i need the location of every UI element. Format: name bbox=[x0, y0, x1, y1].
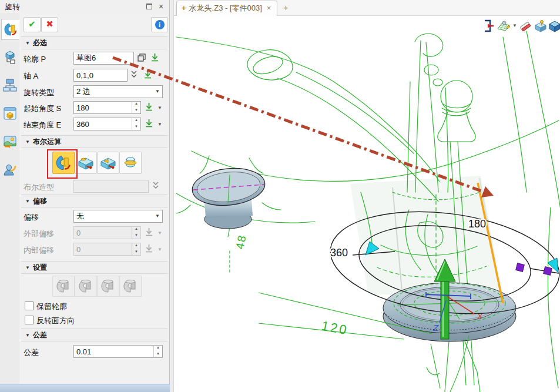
start-angle-label: 起始角度 S bbox=[24, 103, 61, 114]
boolean-shape-input[interactable] bbox=[73, 180, 149, 193]
cancel-button[interactable]: ✖ bbox=[41, 17, 58, 32]
chevron-down-icon: ▼ bbox=[155, 210, 160, 222]
tolerance-spinner[interactable]: ▲▼ bbox=[153, 345, 162, 358]
start-angle-input[interactable] bbox=[73, 101, 141, 114]
boolean-remove-icon bbox=[99, 155, 117, 171]
pick-end-angle-icon[interactable] bbox=[145, 119, 153, 130]
tab-history-manager[interactable] bbox=[1, 47, 18, 67]
end-angle-label: 结束角度 E bbox=[24, 120, 61, 130]
start-angle-spinner[interactable]: ▲▼ bbox=[132, 101, 140, 114]
setting-option-4-button[interactable] bbox=[119, 276, 142, 297]
end-angle-value-label: 360 bbox=[330, 247, 348, 259]
tab-close-icon[interactable]: × bbox=[267, 4, 271, 12]
axis-input[interactable] bbox=[73, 69, 128, 82]
boolean-add-icon bbox=[77, 155, 95, 171]
shape-tree-icon bbox=[3, 50, 17, 64]
boolean-shape-label: 布尔造型 bbox=[24, 182, 54, 193]
setting-option-2-button[interactable] bbox=[75, 276, 97, 297]
row-offset: 偏移 无 ▼ bbox=[19, 209, 169, 225]
revolve-command-panel: 旋转 ✕ bbox=[0, 0, 170, 392]
tab-visualize-manager[interactable] bbox=[1, 132, 18, 152]
collapse-icon: ▼ bbox=[25, 330, 30, 341]
setting-option-1-button[interactable] bbox=[52, 276, 75, 297]
revolve-type-label: 旋转类型 bbox=[24, 88, 54, 98]
tolerance-label: 公差 bbox=[24, 347, 39, 358]
inner-offset-spinner[interactable]: ▲▼ bbox=[132, 243, 140, 256]
outer-offset-options-caret[interactable]: ▼ bbox=[157, 230, 162, 236]
boolean-intersect-button[interactable] bbox=[119, 152, 142, 174]
ok-button[interactable]: ✔ bbox=[24, 17, 41, 32]
expand-options-icon[interactable] bbox=[130, 71, 138, 81]
row-flip-face: 反转面方向 bbox=[19, 314, 169, 326]
manager-tab-strip bbox=[0, 13, 20, 384]
pick-axis-icon[interactable] bbox=[143, 70, 152, 82]
inner-offset-input[interactable] bbox=[73, 243, 141, 256]
flip-face-checkbox[interactable] bbox=[25, 316, 33, 324]
end-angle-spinner[interactable]: ▲▼ bbox=[132, 118, 140, 130]
copy-profile-icon[interactable] bbox=[137, 53, 146, 65]
scene-canvas[interactable]: X Z 180 360 120 48 bbox=[174, 16, 560, 392]
pick-profile-icon[interactable] bbox=[150, 53, 159, 65]
anchor-handle[interactable] bbox=[544, 267, 552, 276]
tab-solid-window[interactable] bbox=[1, 103, 18, 123]
row-revolve-type: 旋转类型 2 边 ▼ bbox=[19, 85, 169, 100]
section-required[interactable]: ▼必选 bbox=[21, 36, 167, 49]
section-settings[interactable]: ▼设置 bbox=[21, 261, 167, 274]
panel-titlebar: 旋转 ✕ bbox=[0, 0, 169, 14]
close-panel-icon[interactable]: ✕ bbox=[156, 2, 166, 11]
panel-splitter[interactable] bbox=[170, 0, 174, 392]
offset-select[interactable]: 无 ▼ bbox=[73, 210, 163, 223]
collapse-icon: ▼ bbox=[25, 262, 30, 274]
outer-offset-label: 外部偏移 bbox=[24, 229, 54, 239]
axis-z-label: Z bbox=[432, 323, 439, 333]
float-panel-icon[interactable] bbox=[145, 2, 154, 11]
collapse-icon: ▼ bbox=[25, 136, 30, 148]
anchor-handle[interactable] bbox=[516, 263, 525, 272]
boolean-intersect-icon bbox=[122, 155, 139, 171]
end-angle-input[interactable] bbox=[73, 118, 141, 130]
setting-option-3-button[interactable] bbox=[97, 276, 119, 297]
start-angle-value-label: 180 bbox=[468, 218, 486, 230]
tab-document[interactable]: +水龙头.Z3 - [零件003]× bbox=[176, 1, 277, 16]
keep-profile-checkbox[interactable] bbox=[25, 301, 33, 310]
tolerance-input[interactable] bbox=[73, 345, 163, 358]
outer-offset-input[interactable] bbox=[73, 226, 141, 239]
outer-offset-spinner[interactable]: ▲▼ bbox=[132, 226, 140, 239]
inner-offset-options-caret[interactable]: ▼ bbox=[157, 247, 162, 252]
boolean-base-icon bbox=[55, 155, 72, 171]
viewport[interactable]: ▼ bbox=[174, 16, 560, 392]
boolean-base-button[interactable] bbox=[52, 152, 75, 174]
row-keep-profile: 保留轮廓 bbox=[19, 300, 169, 312]
section-boolean[interactable]: ▼布尔运算 bbox=[21, 135, 167, 148]
info-icon: i bbox=[155, 20, 165, 29]
tab-revolve-command[interactable] bbox=[1, 19, 19, 40]
panel-bottom-strip bbox=[0, 384, 170, 392]
cube-window-icon bbox=[3, 106, 17, 120]
row-tolerance: 公差 ▲▼ bbox=[19, 344, 169, 360]
offset-label: 偏移 bbox=[24, 212, 39, 223]
expand-options-icon[interactable] bbox=[152, 182, 159, 192]
chevron-down-icon: ▼ bbox=[155, 86, 160, 98]
dimension-120-label: 120 bbox=[320, 318, 350, 337]
revolve-type-select[interactable]: 2 边 ▼ bbox=[73, 85, 163, 98]
profile-input[interactable] bbox=[73, 52, 134, 65]
revolve-variant-icon bbox=[100, 279, 116, 294]
row-end-angle: 结束角度 E ▲▼ ▼ bbox=[19, 117, 169, 132]
tab-assembly-manager[interactable] bbox=[1, 75, 18, 95]
start-angle-options-caret[interactable]: ▼ bbox=[157, 105, 162, 110]
row-profile: 轮廓 P bbox=[19, 51, 169, 66]
new-tab-button[interactable]: + bbox=[283, 2, 289, 12]
pick-inner-offset-icon[interactable] bbox=[145, 244, 153, 256]
axis-x-label: X bbox=[477, 312, 483, 321]
pick-start-angle-icon[interactable] bbox=[145, 102, 153, 114]
boolean-add-button[interactable] bbox=[75, 152, 97, 174]
pick-outer-offset-icon[interactable] bbox=[145, 227, 153, 239]
info-button[interactable]: i bbox=[151, 17, 168, 32]
revolve-variant-icon bbox=[78, 279, 94, 294]
tab-role-manager[interactable] bbox=[1, 160, 18, 180]
end-angle-options-caret[interactable]: ▼ bbox=[157, 122, 162, 127]
boolean-remove-button[interactable] bbox=[97, 152, 119, 174]
section-tolerance[interactable]: ▼公差 bbox=[21, 329, 167, 341]
section-offset[interactable]: ▼偏移 bbox=[21, 195, 167, 207]
faucet-knob-solid bbox=[190, 165, 267, 229]
